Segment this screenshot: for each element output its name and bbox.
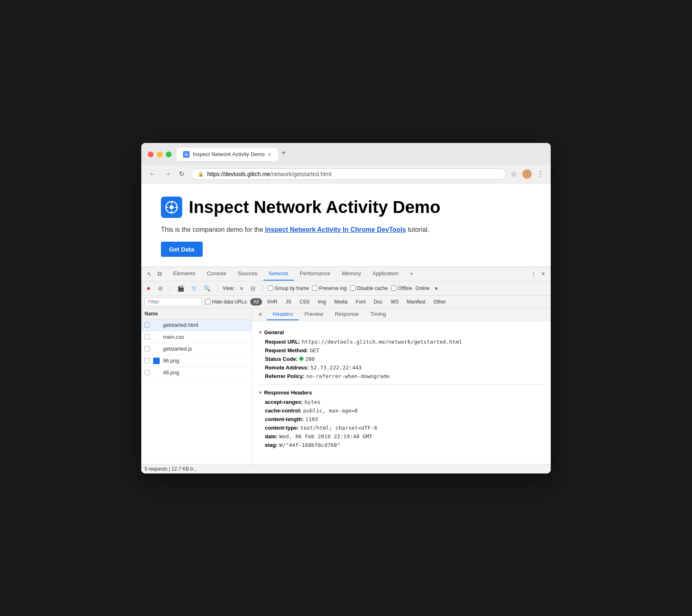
reload-button[interactable]: ↻ <box>177 168 186 179</box>
file-checkbox-2[interactable] <box>145 334 150 340</box>
close-button[interactable] <box>148 152 154 157</box>
filter-chip-doc[interactable]: Doc <box>371 298 386 306</box>
detail-close-button[interactable]: × <box>255 308 265 321</box>
page-content: Inspect Network Activity Demo This is th… <box>141 183 551 267</box>
minimize-button[interactable] <box>157 152 163 157</box>
group-by-frame-label[interactable]: Group by frame <box>268 285 309 291</box>
file-item-getstarted-js[interactable]: getstarted.js <box>141 343 251 355</box>
filter-chip-manifest[interactable]: Manifest <box>404 298 429 306</box>
tab-performance[interactable]: Performance <box>294 267 336 281</box>
response-toggle[interactable]: ▼ <box>258 390 262 395</box>
filter-chip-img[interactable]: Img <box>314 298 329 306</box>
description-text-after: tutorial. <box>406 226 429 233</box>
offline-label[interactable]: Offline <box>391 285 412 291</box>
hide-data-urls-label[interactable]: Hide data URLs <box>205 299 247 305</box>
title-bar-top: Inspect Network Activity Demo × + <box>148 148 544 161</box>
tab-elements[interactable]: Elements <box>167 267 201 281</box>
search-button[interactable]: 🔍 <box>201 283 213 293</box>
tab-console[interactable]: Console <box>201 267 232 281</box>
star-button[interactable]: ☆ <box>511 170 517 179</box>
disable-cache-label[interactable]: Disable cache <box>350 285 388 291</box>
file-item-96-png[interactable]: 96.png <box>141 355 251 367</box>
general-toggle[interactable]: ▼ <box>258 330 262 335</box>
layers-icon[interactable]: ⧉ <box>155 267 164 281</box>
status-code-row: Status Code: 200 <box>258 356 544 362</box>
status-bar: 5 requests | 12.7 KB tr... <box>141 464 551 473</box>
filter-button[interactable]: ▽ <box>190 283 198 293</box>
preserve-log-checkbox[interactable] <box>312 285 317 291</box>
url-text: https://devtools.glitch.me/network/getst… <box>207 171 499 177</box>
detail-tab-preview[interactable]: Preview <box>299 308 329 320</box>
detail-tab-headers[interactable]: Headers <box>267 308 299 320</box>
response-section-title: Response Headers <box>264 390 312 396</box>
detail-content: ▼ General Request URL: https://devtools.… <box>252 321 551 455</box>
response-section-header: ▼ Response Headers <box>258 390 544 396</box>
network-panel: Name getstarted.html main.css getstarted… <box>141 308 551 464</box>
camera-button[interactable]: 🎬 <box>175 283 186 293</box>
file-item-48-png[interactable]: 48.png <box>141 367 251 379</box>
more-menu-button[interactable]: ⋮ <box>537 170 544 179</box>
tab-application[interactable]: Application <box>367 267 405 281</box>
filter-chip-xhr[interactable]: XHR <box>264 298 280 306</box>
file-item-getstarted-html[interactable]: getstarted.html <box>141 319 251 331</box>
svg-point-1 <box>186 154 187 155</box>
tab-favicon <box>183 151 190 158</box>
record-button[interactable]: ● <box>145 283 153 294</box>
filter-chip-font[interactable]: Font <box>353 298 369 306</box>
file-list-header: Name <box>141 308 251 319</box>
tab-memory[interactable]: Memory <box>336 267 367 281</box>
devtools-close-button[interactable]: × <box>539 267 547 281</box>
tab-close-button[interactable]: × <box>268 151 271 158</box>
filter-chip-all[interactable]: All <box>250 298 262 306</box>
file-checkbox-4[interactable] <box>145 358 150 363</box>
detail-view-button[interactable]: ⊟ <box>249 283 258 293</box>
filter-input[interactable] <box>145 297 202 306</box>
tab-more[interactable]: » <box>404 267 418 281</box>
general-section-header: ▼ General <box>258 329 544 335</box>
cursor-icon[interactable]: ↖ <box>145 267 154 281</box>
filter-chip-js[interactable]: JS <box>282 298 294 306</box>
browser-tab-active[interactable]: Inspect Network Activity Demo × <box>176 148 278 161</box>
file-checkbox-3[interactable] <box>145 346 150 351</box>
maximize-button[interactable] <box>166 152 172 157</box>
forward-button[interactable]: → <box>163 169 172 179</box>
url-bar[interactable]: 🔒 https://devtools.glitch.me/network/get… <box>191 168 506 180</box>
accept-ranges-key: accept-ranges: <box>265 399 303 405</box>
preserve-log-label[interactable]: Preserve log <box>312 285 346 291</box>
file-name-3: getstarted.js <box>163 346 192 352</box>
detail-panel: × Headers Preview Response Timing ▼ Gene… <box>252 308 551 464</box>
filter-chip-css[interactable]: CSS <box>296 298 313 306</box>
file-item-main-css[interactable]: main.css <box>141 331 251 343</box>
etag-value: W/"44f-168bf8cd768" <box>279 442 340 448</box>
get-data-button[interactable]: Get Data <box>161 242 203 257</box>
offline-checkbox[interactable] <box>391 285 396 291</box>
stop-recording-button[interactable]: ⊘ <box>156 283 165 293</box>
tab-sources[interactable]: Sources <box>232 267 263 281</box>
etag-key: etag: <box>265 442 278 448</box>
remote-address-value: 52.73.222.22:443 <box>310 365 362 371</box>
filter-chip-ws[interactable]: WS <box>387 298 402 306</box>
hide-data-urls-checkbox[interactable] <box>205 299 210 304</box>
list-view-button[interactable]: ≡ <box>238 283 245 293</box>
file-checkbox-1[interactable] <box>145 322 150 328</box>
back-button[interactable]: ← <box>148 169 158 179</box>
filter-chip-media[interactable]: Media <box>331 298 351 306</box>
filter-chip-other[interactable]: Other <box>430 298 449 306</box>
content-length-row: content-length: 1103 <box>258 416 544 422</box>
detail-tab-response[interactable]: Response <box>329 308 365 320</box>
devtools-link[interactable]: Inspect Network Activity In Chrome DevTo… <box>265 226 406 233</box>
group-by-frame-checkbox[interactable] <box>268 285 273 291</box>
avatar: 🐵 <box>522 169 532 179</box>
file-checkbox-5[interactable] <box>145 370 150 375</box>
disable-cache-checkbox[interactable] <box>350 285 355 291</box>
lock-icon: 🔒 <box>198 171 204 177</box>
page-logo <box>161 197 182 218</box>
new-tab-button[interactable]: + <box>278 148 289 161</box>
url-path: /network/getstarted.html <box>270 171 331 177</box>
throttle-dropdown[interactable]: ▾ <box>433 283 440 293</box>
status-code-value: 200 <box>299 356 314 362</box>
more-tools-button[interactable]: ⋮ <box>528 267 539 281</box>
request-method-key: Request Method: <box>265 347 308 353</box>
tab-network[interactable]: Network <box>263 267 294 281</box>
detail-tab-timing[interactable]: Timing <box>364 308 392 320</box>
